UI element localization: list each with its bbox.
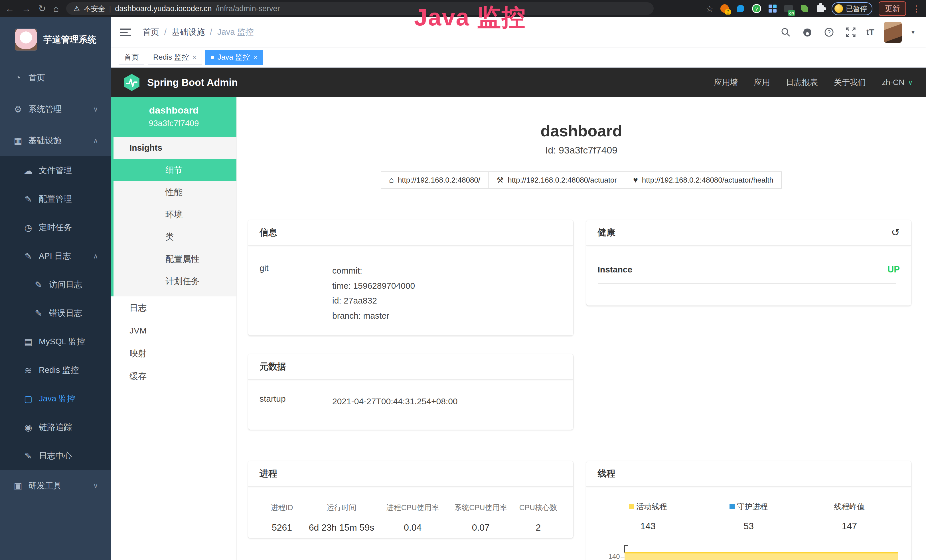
info-key: git [260,263,332,323]
breadcrumb-home[interactable]: 首页 [142,27,159,38]
sidebar-item-java-monitor[interactable]: ▢ Java 监控 [0,384,111,413]
address-bar[interactable]: ⚠ 不安全 | dashboard.yudao.iocoder.cn/infra… [66,2,654,15]
briefcase-icon: ▣ [11,481,24,491]
tab-label: Java 监控 [218,52,250,62]
sidebar-item-scheduled-jobs[interactable]: ◷ 定时任务 [0,213,111,242]
sidebar-item-label: 访问日志 [49,279,82,291]
sba-item-caches[interactable]: 缓存 [111,365,236,388]
sidebar-item-redis-monitor[interactable]: ≋ Redis 监控 [0,356,111,384]
user-avatar[interactable] [884,22,902,43]
extension-pin-icon[interactable] [736,4,746,14]
tab-redis-monitor[interactable]: Redis 监控 × [148,50,202,65]
sidebar-item-tracing[interactable]: ◉ 链路追踪 [0,413,111,442]
sba-nav-journal[interactable]: 日志报表 [786,77,818,88]
chevron-down-icon: ∨ [93,105,98,113]
process-col-header: 系统CPU使用率 [449,502,513,513]
log-edit-icon: ✎ [22,251,35,262]
gear-icon: ⚙ [11,104,24,115]
sba-item-scheduled-tasks[interactable]: 计划任务 [113,270,236,292]
extension-adblock-icon[interactable]: 1 [720,4,729,14]
breadcrumb-infrastructure[interactable]: 基础设施 [172,27,205,38]
sba-locale-select[interactable]: zh-CN ∨ [882,78,913,87]
browser-update-button[interactable]: 更新 [879,2,906,16]
sidebar-item-log-center[interactable]: ✎ 日志中心 [0,442,111,470]
extension-onetab-icon[interactable]: on [784,4,793,14]
sidebar-item-system-management[interactable]: ⚙ 系统管理 ∨ [0,94,111,125]
history-icon[interactable]: ↺ [891,227,900,239]
extension-leaf-icon[interactable] [800,4,809,14]
tab-home[interactable]: 首页 [119,50,144,65]
close-icon[interactable]: × [192,53,197,61]
row-divider [260,332,558,332]
info-value: commit: time: 1596289704000 id: 27aa832 … [332,263,562,323]
threads-chart: 140 120 100 [598,545,900,560]
extensions-puzzle-icon[interactable] [816,4,825,14]
font-size-icon[interactable]: tT [866,27,875,37]
page-subtitle: Id: 93a3fc7f7409 [237,145,926,156]
sidebar-item-access-log[interactable]: ✎ 访问日志 [0,271,111,299]
browser-forward-icon[interactable]: → [22,4,31,13]
extension-grid-icon[interactable] [768,4,778,14]
search-icon[interactable] [780,26,792,38]
monitor-icon: ▦ [11,136,24,146]
sidebar-item-error-log[interactable]: ✎ 错误日志 [0,299,111,327]
app-logo-row[interactable]: 芋道管理系统 [0,17,111,62]
sba-item-mappings[interactable]: 映射 [111,342,236,365]
github-icon[interactable] [801,26,813,38]
sba-item-environment[interactable]: 环境 [113,203,236,226]
fullscreen-icon[interactable] [845,26,857,38]
browser-menu-icon[interactable]: ⋮ [912,4,921,14]
instance-home-link[interactable]: ⌂ http://192.168.0.2:48080/ [381,171,489,189]
tags-view-bar: 首页 Redis 监控 × Java 监控 × [111,47,926,68]
process-uptime: 6d 23h 15m 59s [307,522,377,533]
sba-nav-applications[interactable]: 应用 [754,77,770,88]
instance-actuator-link[interactable]: ⚒ http://192.168.0.2:48080/actuator [488,171,625,189]
app-logo [15,29,37,51]
close-icon[interactable]: × [254,53,257,61]
tab-java-monitor[interactable]: Java 监控 × [205,50,263,65]
sidebar-item-api-log[interactable]: ✎ API 日志 ∧ [0,242,111,271]
legend-label: 活动线程 [636,501,667,512]
info-card: 信息 git commit: time: 1596289704000 id: 2… [248,220,573,336]
instance-health-link[interactable]: ♥ http://192.168.0.2:48080/actuator/heal… [625,171,782,189]
not-secure-label[interactable]: 不安全 [84,4,105,14]
sba-nav-wallboard[interactable]: 应用墙 [714,77,738,88]
browser-home-icon[interactable]: ⌂ [53,4,59,13]
help-icon[interactable]: ? [823,26,835,38]
sba-nav-about[interactable]: 关于我们 [834,77,866,88]
extension-badge-on: on [788,10,795,16]
cpu-cores: 2 [517,522,559,533]
log-edit-icon: ✎ [32,308,45,319]
svg-text:?: ? [827,29,831,35]
sidebar-item-label: 定时任务 [39,222,72,233]
breadcrumb-separator: / [164,27,166,37]
browser-back-icon[interactable]: ← [5,4,14,13]
sidebar-item-config-management[interactable]: ✎ 配置管理 [0,185,111,213]
extension-y-icon[interactable]: y [752,4,761,14]
paused-badge[interactable]: 已暂停 [832,2,872,15]
annotation-text: Java 监控 [414,1,526,34]
sba-item-details[interactable]: 细节 [111,159,236,181]
sba-brand-title: Spring Boot Admin [147,77,238,88]
chevron-up-icon: ∧ [93,252,98,260]
sba-item-metrics[interactable]: 性能 [113,181,236,203]
sba-item-config-props[interactable]: 配置属性 [113,248,236,270]
sidebar-item-mysql-monitor[interactable]: ▤ MySQL 监控 [0,327,111,356]
sidebar-item-dev-tools[interactable]: ▣ 研发工具 ∨ [0,470,111,501]
browser-reload-icon[interactable]: ↻ [38,4,46,13]
sba-item-jvm[interactable]: JVM [111,319,236,342]
sidebar-item-infrastructure[interactable]: ▦ 基础设施 ∧ [0,125,111,156]
app-window: 芋道管理系统 ◔ 首页 ⚙ 系统管理 ∨ ▦ 基础设施 ∧ ☁ 文件管理 ✎ 配… [0,17,926,560]
metadata-key: startup [260,394,332,409]
sba-item-logs[interactable]: 日志 [111,297,236,319]
sba-instance-header[interactable]: dashboard 93a3fc7f7409 [111,97,236,137]
sba-brand[interactable]: Spring Boot Admin [123,73,238,92]
sidebar-toggle-icon[interactable] [120,29,131,36]
bookmark-star-icon[interactable]: ☆ [706,4,714,14]
sidebar-item-home[interactable]: ◔ 首页 [0,62,111,94]
sba-item-classes[interactable]: 类 [113,226,236,248]
breadcrumb-separator: / [210,27,212,37]
sidebar-item-file-management[interactable]: ☁ 文件管理 [0,156,111,185]
user-menu-caret-icon[interactable]: ▾ [911,29,915,36]
chevron-down-icon: ∨ [93,482,98,490]
